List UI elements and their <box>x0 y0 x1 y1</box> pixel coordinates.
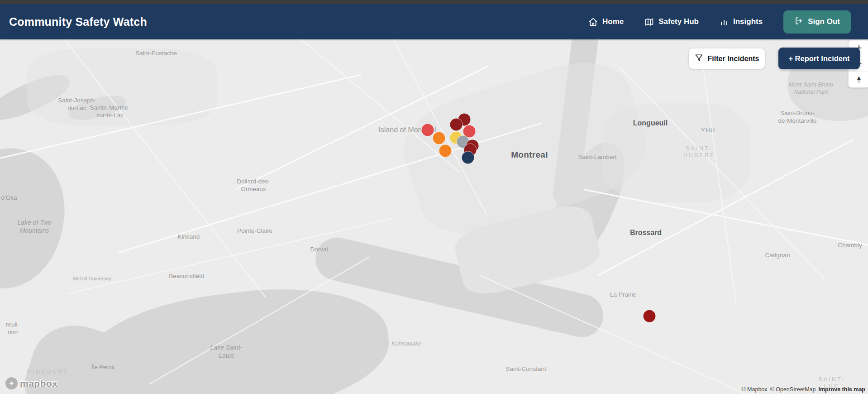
funnel-icon <box>695 53 703 64</box>
road <box>68 218 394 294</box>
map-label: Saint-Constant <box>506 365 546 373</box>
nav-item-insights[interactable]: Insights <box>720 17 763 26</box>
road <box>479 275 852 394</box>
road <box>280 39 461 173</box>
road <box>235 66 488 190</box>
map-label: Brossard <box>630 228 662 237</box>
mapbox-logo[interactable]: ✦ mapbox <box>5 377 58 389</box>
map-label: Saint-Eustache <box>135 50 177 58</box>
map-label: Carignan <box>765 252 790 259</box>
map-label: Lake Saint- Louis <box>210 344 243 360</box>
window-top-strip <box>0 0 868 4</box>
map-label: reuil- rion <box>6 321 19 336</box>
map-label: Beaconsfield <box>169 273 204 280</box>
road <box>0 74 362 163</box>
map-label: Kahnawake <box>391 341 421 348</box>
map-label: Mont-Saint-Bruno National Park <box>789 82 833 96</box>
incident-marker[interactable] <box>462 152 474 164</box>
bar-chart-icon <box>720 17 729 26</box>
map-label: Sainte-Marthe- sur-le-Lac <box>90 104 130 120</box>
home-icon <box>588 17 598 27</box>
map-label: Saint-Joseph- du-Lac <box>58 97 95 112</box>
lake-shape <box>0 67 74 127</box>
app-header: Community Safety Watch Home Safety Hub I… <box>0 4 868 39</box>
map-attribution: © Mapbox © OpenStreetMap Improve this ma… <box>741 386 865 393</box>
map-label: Chambly <box>838 242 862 250</box>
report-incident-label: + Report Incident <box>788 54 849 62</box>
road <box>149 257 369 384</box>
river-shape <box>311 233 608 341</box>
report-incident-button[interactable]: + Report Incident <box>778 48 860 69</box>
nav-item-home[interactable]: Home <box>588 17 624 27</box>
filter-incidents-button[interactable]: Filter Incidents <box>689 48 765 69</box>
sign-out-label: Sign Out <box>808 17 840 26</box>
pitch-arrows-icon: ▲ ▼ <box>856 76 862 84</box>
map-label: Lake of Two Mountains <box>17 219 51 235</box>
incident-marker[interactable] <box>433 132 445 144</box>
lake-shape <box>67 91 128 124</box>
map-label: Île Perrot <box>92 364 115 371</box>
incident-marker[interactable] <box>644 310 656 322</box>
nav-label: Insights <box>733 17 763 26</box>
river-shape <box>552 39 600 208</box>
map-label: Longueuil <box>633 119 668 128</box>
lake-of-two-mountains-shape <box>0 138 76 298</box>
map-icon <box>644 17 654 27</box>
lake-saint-louis-shape <box>75 275 396 394</box>
map-label: Kirkland <box>178 233 200 241</box>
urban-patch <box>602 103 751 202</box>
map-label: Saint-Lambert <box>578 154 617 161</box>
nav-label: Safety Hub <box>658 17 699 26</box>
map-label: d'Oka <box>1 194 17 202</box>
main-nav: Home Safety Hub Insights Sign Out <box>588 10 851 34</box>
urban-patch <box>27 48 217 125</box>
incident-marker[interactable] <box>422 124 434 136</box>
map-canvas[interactable]: Saint-EustacheSaint-Joseph- du-LacSainte… <box>0 39 868 394</box>
incident-marker[interactable] <box>450 119 463 131</box>
mapbox-logo-icon: ✦ <box>5 377 18 389</box>
nav-item-safety-hub[interactable]: Safety Hub <box>644 17 699 27</box>
attribution-osm-link[interactable]: © OpenStreetMap <box>770 386 816 393</box>
map-label: Pointe-Claire <box>237 227 272 235</box>
urban-patch <box>392 47 658 249</box>
map-label: YHU <box>701 127 715 134</box>
arrow-down-icon: ▼ <box>856 80 862 84</box>
attribution-improve-link[interactable]: Improve this map <box>819 386 866 393</box>
filter-incidents-label: Filter Incidents <box>708 55 759 63</box>
map-label: Montreal <box>511 149 548 160</box>
road <box>597 139 854 276</box>
map-label: Saint-Bruno- de-Montarville <box>778 110 817 125</box>
map-label: Dorval <box>310 246 328 254</box>
mapbox-logo-text: mapbox <box>20 378 58 389</box>
app-title: Community Safety Watch <box>9 15 147 29</box>
sign-out-button[interactable]: Sign Out <box>783 10 851 34</box>
road <box>620 67 828 282</box>
river-shape <box>537 134 638 272</box>
map-label: Dollard-des- Ormeaux <box>237 178 270 193</box>
map-label: La Prairie <box>610 291 636 299</box>
road <box>53 39 266 298</box>
log-out-icon <box>794 16 803 28</box>
map-label: McGill University <box>72 275 111 282</box>
pitch-toggle-button[interactable]: ▲ ▼ <box>849 72 868 87</box>
road <box>118 122 542 253</box>
airport-patch <box>451 200 603 300</box>
incident-marker[interactable] <box>439 145 452 157</box>
attribution-mapbox-link[interactable]: © Mapbox <box>741 386 767 393</box>
map-label: SAINT- HUBERT <box>683 145 715 159</box>
nav-label: Home <box>602 17 624 26</box>
road <box>701 53 737 304</box>
map-label: PINCOURT <box>28 369 68 375</box>
road <box>583 189 868 251</box>
